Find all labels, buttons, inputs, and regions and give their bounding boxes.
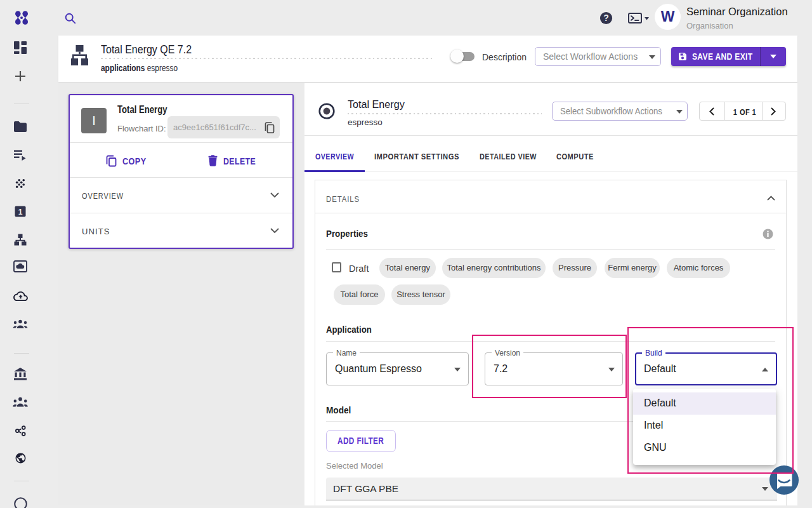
svg-text:?: ? [603,13,609,23]
svg-text:1: 1 [18,208,23,217]
